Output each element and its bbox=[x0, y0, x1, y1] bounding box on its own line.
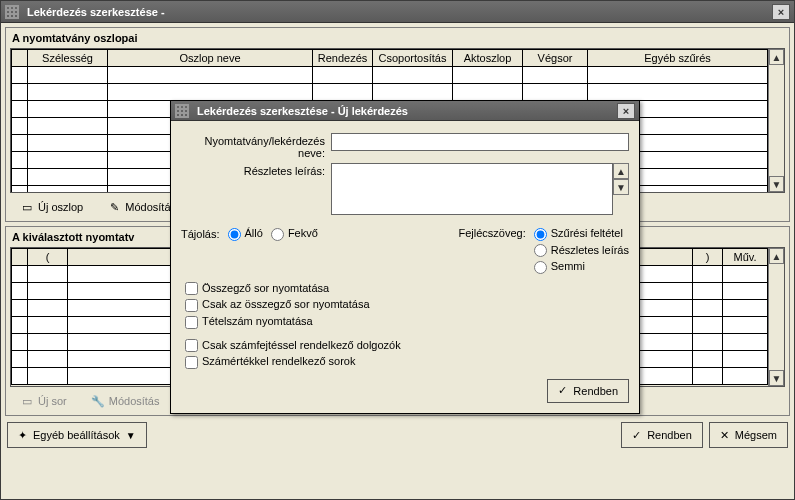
document-icon: ▭ bbox=[20, 200, 34, 214]
orientation-label: Tájolás: bbox=[181, 228, 220, 240]
main-action-bar: ✦ Egyéb beállítások ▼ ✓ Rendben ✕ Mégsem bbox=[5, 420, 790, 450]
chk-item-count[interactable]: Tételszám nyomtatása bbox=[185, 315, 629, 329]
th-colname[interactable]: Oszlop neve bbox=[108, 50, 313, 67]
edit-icon: ✎ bbox=[107, 200, 121, 214]
document-icon: ▭ bbox=[20, 394, 34, 408]
header-text-label: Fejlécszöveg: bbox=[458, 227, 525, 239]
orientation-group: Tájolás: Álló Fekvő bbox=[181, 227, 318, 241]
main-close-button[interactable]: × bbox=[772, 4, 790, 20]
scroll-down-icon[interactable]: ▼ bbox=[769, 370, 784, 386]
chk-only-sum[interactable]: Csak az összegző sor nyomtatása bbox=[185, 298, 629, 312]
th-width[interactable]: Szélesség bbox=[28, 50, 108, 67]
new-column-button[interactable]: ▭ Új oszlop bbox=[14, 199, 89, 215]
textarea-scrollbar[interactable]: ▲ ▼ bbox=[613, 163, 629, 195]
th2-close[interactable]: ) bbox=[693, 249, 723, 266]
name-label: Nyomtatvány/lekérdezés neve: bbox=[181, 133, 331, 159]
dialog-close-button[interactable]: × bbox=[617, 103, 635, 119]
main-cancel-button[interactable]: ✕ Mégsem bbox=[709, 422, 788, 448]
scroll-down-icon[interactable]: ▼ bbox=[769, 176, 784, 192]
dialog-titlebar: Lekérdezés szerkesztése - Új lekérdezés … bbox=[171, 101, 639, 121]
table-row[interactable] bbox=[12, 67, 784, 84]
chk-sum-row[interactable]: Összegző sor nyomtatása bbox=[185, 282, 629, 296]
columns-panel-title: A nyomtatvány oszlopai bbox=[12, 32, 785, 44]
th2-handle bbox=[12, 249, 28, 266]
main-titlebar: Lekérdezés szerkesztése - × bbox=[1, 1, 794, 23]
dialog-title: Lekérdezés szerkesztése - Új lekérdezés bbox=[193, 105, 617, 117]
query-name-input[interactable] bbox=[331, 133, 629, 151]
radio-portrait[interactable]: Álló bbox=[228, 227, 263, 241]
modify-row-label: Módosítás bbox=[109, 395, 160, 407]
scroll-up-icon[interactable]: ▲ bbox=[613, 163, 629, 179]
main-title: Lekérdezés szerkesztése - bbox=[23, 6, 772, 18]
new-column-label: Új oszlop bbox=[38, 201, 83, 213]
columns-scrollbar[interactable]: ▲ ▼ bbox=[768, 49, 784, 192]
other-settings-label: Egyéb beállítások bbox=[33, 429, 120, 441]
chk-only-payroll[interactable]: Csak számfejtéssel rendelkező dolgozók bbox=[185, 339, 629, 353]
th-act[interactable]: Aktoszlop bbox=[453, 50, 523, 67]
options-group-1: Összegző sor nyomtatása Csak az összegző… bbox=[185, 282, 629, 329]
dialog-ok-label: Rendben bbox=[573, 385, 618, 397]
th-end[interactable]: Végsor bbox=[523, 50, 588, 67]
check-icon: ✓ bbox=[632, 429, 641, 442]
chevron-down-icon: ▼ bbox=[126, 430, 136, 441]
th2-open[interactable]: ( bbox=[28, 249, 68, 266]
main-ok-button[interactable]: ✓ Rendben bbox=[621, 422, 703, 448]
filters-scrollbar[interactable]: ▲ ▼ bbox=[768, 248, 784, 386]
dialog-icon bbox=[175, 104, 189, 118]
description-textarea[interactable] bbox=[331, 163, 613, 215]
options-group-2: Csak számfejtéssel rendelkező dolgozók S… bbox=[185, 339, 629, 369]
new-row-label: Új sor bbox=[38, 395, 67, 407]
th-handle bbox=[12, 50, 28, 67]
th-group[interactable]: Csoportosítás bbox=[373, 50, 453, 67]
scroll-up-icon[interactable]: ▲ bbox=[769, 49, 784, 65]
modify-column-label: Módosítás bbox=[125, 201, 176, 213]
scroll-down-icon[interactable]: ▼ bbox=[613, 179, 629, 195]
radio-landscape[interactable]: Fekvő bbox=[271, 227, 318, 241]
radio-header-desc[interactable]: Részletes leírás bbox=[534, 244, 629, 258]
gear-icon: ✦ bbox=[18, 429, 27, 442]
dialog-ok-button[interactable]: ✓ Rendben bbox=[547, 379, 629, 403]
th-sort[interactable]: Rendezés bbox=[313, 50, 373, 67]
th2-op[interactable]: Műv. bbox=[723, 249, 768, 266]
th-filter[interactable]: Egyéb szűrés bbox=[588, 50, 768, 67]
x-icon: ✕ bbox=[720, 429, 729, 442]
desc-label: Részletes leírás: bbox=[181, 163, 331, 177]
scroll-up-icon[interactable]: ▲ bbox=[769, 248, 784, 264]
check-icon: ✓ bbox=[558, 384, 567, 397]
radio-header-none[interactable]: Semmi bbox=[534, 260, 629, 274]
main-cancel-label: Mégsem bbox=[735, 429, 777, 441]
radio-header-filter[interactable]: Szűrési feltétel bbox=[534, 227, 629, 241]
modify-row-button[interactable]: 🔧 Módosítás bbox=[85, 393, 166, 409]
chk-value-rows[interactable]: Számértékkel rendelkező sorok bbox=[185, 355, 629, 369]
main-ok-label: Rendben bbox=[647, 429, 692, 441]
other-settings-button[interactable]: ✦ Egyéb beállítások ▼ bbox=[7, 422, 147, 448]
new-query-dialog: Lekérdezés szerkesztése - Új lekérdezés … bbox=[170, 100, 640, 414]
wrench-icon: 🔧 bbox=[91, 394, 105, 408]
app-icon bbox=[5, 5, 19, 19]
header-text-group: Fejlécszöveg: Szűrési feltétel Részletes… bbox=[458, 227, 629, 274]
new-row-button[interactable]: ▭ Új sor bbox=[14, 393, 73, 409]
table-row[interactable] bbox=[12, 84, 784, 101]
